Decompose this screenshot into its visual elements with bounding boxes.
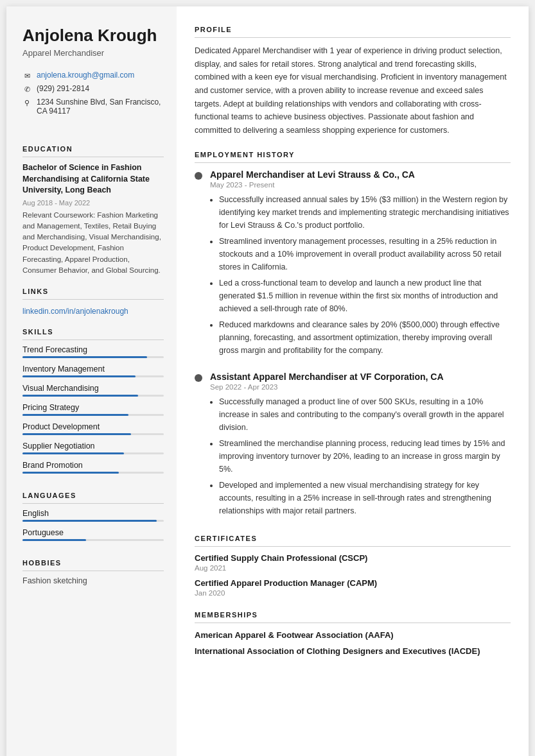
skill-bar-bg bbox=[22, 433, 164, 435]
job-dates: May 2023 - Present bbox=[210, 181, 511, 189]
profile-section-title: Profile bbox=[195, 26, 511, 38]
bullet-item: Developed and implemented a new visual m… bbox=[219, 479, 511, 517]
skill-label: Pricing Strategy bbox=[22, 403, 164, 412]
skill-item: Visual Merchandising bbox=[22, 384, 164, 397]
memberships-section-title: Memberships bbox=[195, 611, 511, 623]
cert-date: Jan 2020 bbox=[195, 589, 511, 597]
membership-item: International Association of Clothing De… bbox=[195, 646, 511, 657]
bullet-item: Reduced markdowns and clearance sales by… bbox=[219, 318, 511, 357]
certificate-item: Certified Supply Chain Professional (CSC… bbox=[195, 553, 511, 572]
phone-text: (929) 291-2814 bbox=[37, 84, 89, 93]
skill-item: Supplier Negotiation bbox=[22, 442, 164, 454]
skill-bar-bg bbox=[22, 452, 164, 454]
job-bullets: Successfully managed a product line of o… bbox=[210, 395, 511, 517]
cert-name: Certified Supply Chain Professional (CSC… bbox=[195, 553, 511, 563]
language-bar-bg bbox=[22, 520, 164, 522]
candidate-name: Anjolena Krough bbox=[22, 26, 164, 46]
skill-item: Inventory Management bbox=[22, 365, 164, 377]
hobbies-section-title: Hobbies bbox=[22, 559, 164, 571]
resume-container: Anjolena Krough Apparel Merchandiser ✉ a… bbox=[6, 6, 529, 756]
language-bar-fill bbox=[22, 520, 157, 522]
language-bar-fill bbox=[22, 539, 86, 541]
education-block: Bachelor of Science in Fashion Merchandi… bbox=[22, 162, 164, 276]
skills-section-title: Skills bbox=[22, 328, 164, 340]
email-link[interactable]: anjolena.krough@gmail.com bbox=[37, 71, 134, 80]
email-icon: ✉ bbox=[22, 71, 31, 80]
languages-block: English Portuguese bbox=[22, 509, 164, 547]
address-item: ⚲ 1234 Sunshine Blvd, San Francisco, CA … bbox=[22, 98, 164, 116]
skill-item: Product Development bbox=[22, 422, 164, 435]
skill-label: Supplier Negotiation bbox=[22, 442, 164, 451]
hobby-item: Fashion sketching bbox=[22, 576, 164, 585]
skill-label: Inventory Management bbox=[22, 365, 164, 374]
job-entry: Apparel Merchandiser at Levi Strauss & C… bbox=[195, 169, 511, 360]
skill-bar-bg bbox=[22, 472, 164, 474]
location-icon: ⚲ bbox=[22, 98, 31, 107]
education-coursework: Relevant Coursework: Fashion Marketing a… bbox=[22, 210, 164, 277]
certificates-section-title: Certificates bbox=[195, 535, 511, 547]
job-title: Assistant Apparel Merchandiser at VF Cor… bbox=[210, 372, 511, 382]
job-title: Apparel Merchandiser at Levi Strauss & C… bbox=[210, 169, 511, 180]
main-content: Profile Dedicated Apparel Merchandiser w… bbox=[177, 6, 529, 756]
job-content: Assistant Apparel Merchandiser at VF Cor… bbox=[210, 372, 511, 520]
skill-bar-fill bbox=[22, 472, 119, 474]
languages-section-title: Languages bbox=[22, 492, 164, 504]
cert-date: Aug 2021 bbox=[195, 564, 511, 572]
skills-block: Trend Forecasting Inventory Management V… bbox=[22, 345, 164, 480]
cert-name: Certified Apparel Production Manager (CA… bbox=[195, 578, 511, 588]
skill-bar-bg bbox=[22, 395, 164, 397]
degree-title: Bachelor of Science in Fashion Merchandi… bbox=[22, 162, 164, 196]
job-bullets: Successfully increased annual sales by 1… bbox=[210, 193, 511, 357]
linkedin-link[interactable]: linkedin.com/in/anjolenakrough bbox=[22, 307, 128, 316]
language-item: Portuguese bbox=[22, 528, 164, 541]
language-item: English bbox=[22, 509, 164, 522]
skill-bar-bg bbox=[22, 356, 164, 358]
skill-label: Product Development bbox=[22, 422, 164, 431]
skill-bar-fill bbox=[22, 452, 124, 454]
membership-item: American Apparel & Footwear Association … bbox=[195, 630, 511, 641]
phone-icon: ✆ bbox=[22, 85, 31, 94]
skill-bar-fill bbox=[22, 414, 128, 416]
bullet-item: Successfully increased annual sales by 1… bbox=[219, 193, 511, 232]
skill-label: Brand Promotion bbox=[22, 461, 164, 470]
language-label: English bbox=[22, 509, 164, 518]
certificate-item: Certified Apparel Production Manager (CA… bbox=[195, 578, 511, 597]
education-section-title: Education bbox=[22, 145, 164, 157]
employment-section-title: Employment History bbox=[195, 151, 511, 163]
job-entry: Assistant Apparel Merchandiser at VF Cor… bbox=[195, 372, 511, 520]
skill-bar-bg bbox=[22, 414, 164, 416]
employment-block: Apparel Merchandiser at Levi Strauss & C… bbox=[195, 169, 511, 520]
certificates-block: Certified Supply Chain Professional (CSC… bbox=[195, 553, 511, 597]
job-dot bbox=[195, 172, 202, 180]
job-dot bbox=[195, 374, 202, 382]
job-dates: Sep 2022 - Apr 2023 bbox=[210, 383, 511, 391]
language-bar-bg bbox=[22, 539, 164, 541]
skill-item: Brand Promotion bbox=[22, 461, 164, 474]
skill-bar-fill bbox=[22, 395, 138, 397]
skill-bar-fill bbox=[22, 375, 136, 377]
memberships-block: American Apparel & Footwear Association … bbox=[195, 630, 511, 657]
skill-bar-fill bbox=[22, 356, 147, 358]
hobbies-block: Fashion sketching bbox=[22, 576, 164, 585]
candidate-title: Apparel Merchandiser bbox=[22, 48, 164, 58]
education-dates: Aug 2018 - May 2022 bbox=[22, 199, 164, 207]
email-item: ✉ anjolena.krough@gmail.com bbox=[22, 71, 164, 80]
address-text: 1234 Sunshine Blvd, San Francisco, CA 94… bbox=[37, 98, 164, 116]
bullet-item: Streamlined inventory management process… bbox=[219, 235, 511, 273]
bullet-item: Successfully managed a product line of o… bbox=[219, 395, 511, 434]
sidebar: Anjolena Krough Apparel Merchandiser ✉ a… bbox=[6, 6, 177, 756]
job-content: Apparel Merchandiser at Levi Strauss & C… bbox=[210, 169, 511, 360]
skill-bar-fill bbox=[22, 433, 131, 435]
skill-label: Trend Forecasting bbox=[22, 345, 164, 354]
phone-item: ✆ (929) 291-2814 bbox=[22, 84, 164, 94]
profile-text: Dedicated Apparel Merchandiser with 1 ye… bbox=[195, 44, 511, 137]
skill-label: Visual Merchandising bbox=[22, 384, 164, 393]
contact-block: ✉ anjolena.krough@gmail.com ✆ (929) 291-… bbox=[22, 71, 164, 119]
links-block: linkedin.com/in/anjolenakrough bbox=[22, 305, 164, 316]
links-section-title: Links bbox=[22, 288, 164, 300]
skill-bar-bg bbox=[22, 375, 164, 377]
language-label: Portuguese bbox=[22, 528, 164, 537]
bullet-item: Streamlined the merchandise planning pro… bbox=[219, 437, 511, 476]
skill-item: Trend Forecasting bbox=[22, 345, 164, 358]
bullet-item: Led a cross-functional team to develop a… bbox=[219, 277, 511, 315]
